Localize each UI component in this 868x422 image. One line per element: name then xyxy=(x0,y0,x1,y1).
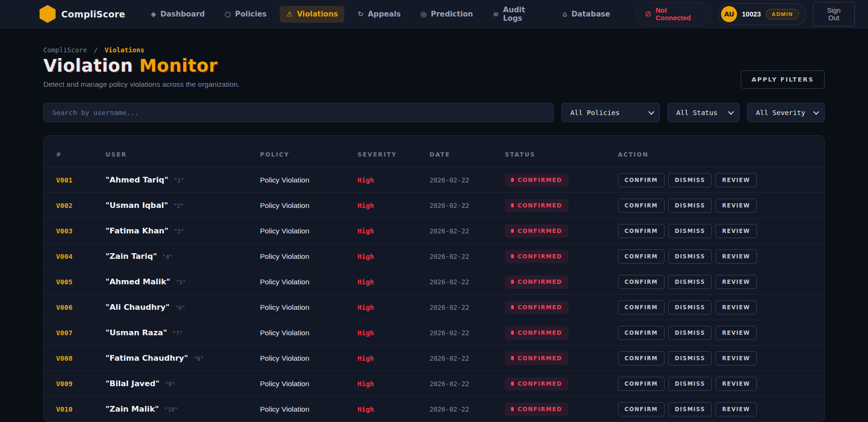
dismiss-button[interactable]: DISMISS xyxy=(668,300,712,314)
review-button[interactable]: REVIEW xyxy=(715,351,756,365)
col-header-policy: POLICY xyxy=(260,151,357,158)
actions-cell: CONFIRM DISMISS REVIEW xyxy=(618,377,812,391)
actions-cell: CONFIRM DISMISS REVIEW xyxy=(618,275,812,289)
violation-id: V007 xyxy=(56,329,105,337)
dismiss-button[interactable]: DISMISS xyxy=(668,275,712,289)
policy-filter-select[interactable]: All Policies xyxy=(561,103,660,122)
user-cell: "Ahmed Tariq" "1" xyxy=(105,175,260,184)
dismiss-button[interactable]: DISMISS xyxy=(668,173,712,187)
violation-id: V004 xyxy=(56,253,105,260)
severity-filter-select[interactable]: All Severity xyxy=(747,103,825,122)
page-subtitle: Detect and manage policy violations acro… xyxy=(43,80,240,89)
confirm-button[interactable]: CONFIRM xyxy=(618,224,665,238)
date-cell: 2026-02-22 xyxy=(430,253,505,260)
review-button[interactable]: REVIEW xyxy=(715,249,756,264)
status-dot-icon xyxy=(511,407,514,411)
status-badge: CONFIRMED xyxy=(505,199,568,212)
user-suffix: "9" xyxy=(165,381,175,388)
review-button[interactable]: REVIEW xyxy=(715,199,756,213)
dismiss-button[interactable]: DISMISS xyxy=(668,224,712,238)
review-button[interactable]: REVIEW xyxy=(715,300,756,314)
breadcrumb-root[interactable]: CompliScore xyxy=(43,46,87,54)
prediction-target-icon: ◎ xyxy=(421,10,427,18)
nav-item-appeals[interactable]: ↻ Appeals xyxy=(351,6,407,23)
review-button[interactable]: REVIEW xyxy=(715,224,756,238)
nav-item-audit-logs[interactable]: ≡ Audit Logs xyxy=(486,1,549,27)
status-filter-value: All Status xyxy=(676,109,717,116)
status-dot-icon xyxy=(511,331,514,335)
nav-item-label: Dashboard xyxy=(160,10,205,18)
date-cell: 2026-02-22 xyxy=(430,329,505,337)
apply-filters-button[interactable]: APPLY FILTERS xyxy=(741,70,825,89)
user-name: "Usman Raza" xyxy=(105,328,167,337)
user-name: "Ali Chaudhry" xyxy=(105,303,170,312)
nav-item-violations[interactable]: ⚠ Violations xyxy=(280,6,345,23)
brand[interactable]: CompliScore xyxy=(40,5,125,23)
user-cell: "Fatima Chaudhry" "8" xyxy=(105,354,260,363)
violations-table-card: # USER POLICY SEVERITY DATE STATUS ACTIO… xyxy=(43,135,825,422)
user-suffix: "2" xyxy=(173,203,184,209)
user-name: "Fatima Chaudhry" xyxy=(105,354,188,363)
severity-cell: High xyxy=(357,176,430,184)
date-cell: 2026-02-22 xyxy=(430,380,505,388)
dismiss-button[interactable]: DISMISS xyxy=(668,326,712,340)
status-label: CONFIRMED xyxy=(518,406,562,413)
dismiss-button[interactable]: DISMISS xyxy=(668,351,712,365)
sign-out-button[interactable]: Sign Out xyxy=(813,2,855,26)
table-body: V001 "Ahmed Tariq" "1" Policy Violation … xyxy=(44,167,824,422)
confirm-button[interactable]: CONFIRM xyxy=(618,326,665,340)
confirm-button[interactable]: CONFIRM xyxy=(618,199,665,213)
status-label: CONFIRMED xyxy=(518,228,562,234)
confirm-button[interactable]: CONFIRM xyxy=(618,249,665,264)
user-suffix: "7" xyxy=(172,330,183,337)
nav-right-cluster: ⊘ Not Connected AU 10023 ADMIN Sign Out xyxy=(636,2,855,26)
nav-item-prediction[interactable]: ◎ Prediction xyxy=(414,6,480,23)
severity-cell: High xyxy=(357,405,430,413)
nav-item-database[interactable]: ⌂ Database xyxy=(556,6,617,23)
connection-status-badge: ⊘ Not Connected xyxy=(636,2,712,26)
table-row: V003 "Fatima Khan" "3" Policy Violation … xyxy=(44,218,824,243)
nav-item-label: Prediction xyxy=(431,10,473,18)
policy-cell: Policy Violation xyxy=(260,176,357,184)
status-label: CONFIRMED xyxy=(518,355,562,362)
user-menu[interactable]: AU 10023 ADMIN xyxy=(718,3,806,25)
user-name: "Zain Tariq" xyxy=(105,252,157,261)
user-suffix: "10" xyxy=(164,406,178,413)
dismiss-button[interactable]: DISMISS xyxy=(668,199,712,213)
confirm-button[interactable]: CONFIRM xyxy=(618,351,665,365)
col-header-id: # xyxy=(56,151,105,158)
status-label: CONFIRMED xyxy=(518,177,562,183)
breadcrumb: CompliScore / Violations xyxy=(43,46,240,54)
confirm-button[interactable]: CONFIRM xyxy=(618,173,665,187)
nav-item-label: Audit Logs xyxy=(503,6,543,23)
user-name: "Usman Iqbal" xyxy=(105,201,168,210)
review-button[interactable]: REVIEW xyxy=(715,173,756,187)
date-cell: 2026-02-22 xyxy=(430,227,505,235)
review-button[interactable]: REVIEW xyxy=(715,402,756,416)
dismiss-button[interactable]: DISMISS xyxy=(668,377,712,391)
top-nav: CompliScore ◈ Dashboard ○ Policies ⚠ Vio… xyxy=(0,0,868,28)
review-button[interactable]: REVIEW xyxy=(715,377,756,391)
dismiss-button[interactable]: DISMISS xyxy=(668,402,712,416)
dismiss-button[interactable]: DISMISS xyxy=(668,249,712,264)
actions-cell: CONFIRM DISMISS REVIEW xyxy=(618,199,812,213)
confirm-button[interactable]: CONFIRM xyxy=(618,402,665,416)
admin-role-badge: ADMIN xyxy=(766,9,799,19)
confirm-button[interactable]: CONFIRM xyxy=(618,300,665,314)
confirm-button[interactable]: CONFIRM xyxy=(618,275,665,289)
status-filter-select[interactable]: All Status xyxy=(667,103,739,122)
user-suffix: "1" xyxy=(174,177,184,184)
status-badge: CONFIRMED xyxy=(505,224,568,238)
policy-cell: Policy Violation xyxy=(260,329,357,337)
search-input[interactable] xyxy=(43,103,554,122)
review-button[interactable]: REVIEW xyxy=(715,326,756,340)
brand-name: CompliScore xyxy=(61,9,125,19)
status-label: CONFIRMED xyxy=(518,304,562,311)
avatar: AU xyxy=(721,6,737,22)
review-button[interactable]: REVIEW xyxy=(715,275,756,289)
nav-item-policies[interactable]: ○ Policies xyxy=(218,6,273,23)
nav-item-dashboard[interactable]: ◈ Dashboard xyxy=(144,6,211,23)
actions-cell: CONFIRM DISMISS REVIEW xyxy=(618,249,812,264)
user-suffix: "8" xyxy=(194,356,204,362)
confirm-button[interactable]: CONFIRM xyxy=(618,377,665,391)
